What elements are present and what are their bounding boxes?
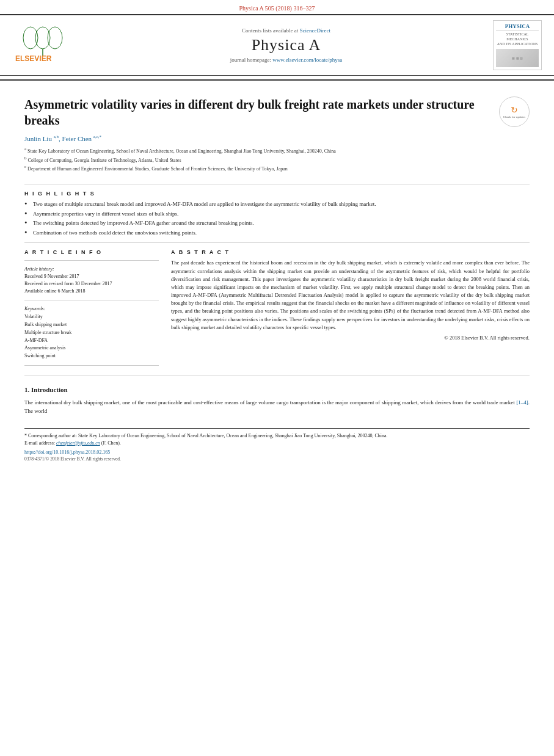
intro-body: The international dry bulk shipping mark…	[24, 399, 516, 405]
homepage-link[interactable]: www.elsevier.com/locate/physa	[272, 57, 342, 63]
highlights-list: Two stages of multiple structural break …	[24, 200, 530, 236]
journal-homepage-line: journal homepage: www.elsevier.com/locat…	[86, 57, 487, 63]
header-divider	[0, 79, 554, 81]
elsevier-logo: ELSEVIER	[12, 26, 79, 65]
keyword-1: Volatility	[24, 314, 43, 319]
contents-available-line: Contents lists available at ScienceDirec…	[86, 27, 487, 34]
article-title: Asymmetric volatility varies in differen…	[24, 96, 493, 128]
abstract-divider	[24, 376, 530, 376]
article-history: Article history: Received 9 November 201…	[24, 266, 159, 295]
highlight-item-3: The switching points detected by improve…	[24, 219, 530, 227]
highlights-section: H I G H L I G H T S Two stages of multip…	[24, 191, 530, 236]
received-date: Received 9 November 2017	[24, 274, 79, 279]
issn-line: 0378-4371/© 2018 Elsevier B.V. All right…	[24, 456, 530, 462]
physica-box-title: PHYSICA	[496, 23, 539, 31]
keyword-6: Switching point	[24, 353, 56, 358]
corresponding-author-note: * Corresponding author at: State Key Lab…	[24, 432, 530, 440]
journal-citation: Physica A 505 (2018) 316–327	[0, 0, 554, 14]
email-link[interactable]: chenfeier@sjtu.edu.cn	[56, 440, 100, 446]
intro-citation-link[interactable]: [1–4]	[516, 399, 528, 405]
check-for-updates-badge: ↻ Check for updates	[499, 96, 530, 127]
title-divider	[24, 184, 530, 184]
highlights-heading: H I G H L I G H T S	[24, 191, 530, 197]
journal-center: Contents lists available at ScienceDirec…	[86, 27, 487, 63]
keyword-3: Multiple structure break	[24, 330, 71, 335]
introduction-section: 1. Introduction The international dry bu…	[24, 386, 530, 416]
sciencedirect-link[interactable]: ScienceDirect	[300, 27, 330, 34]
history-label: Article history:	[24, 266, 54, 272]
abstract-column: A B S T R A C T The past decade has expe…	[171, 249, 530, 371]
corresponding-text: State Key Laboratory of Ocean Engineerin…	[78, 433, 388, 438]
keyword-2: Bulk shipping market	[24, 322, 67, 327]
affiliations: a State Key Laboratory of Ocean Engineer…	[24, 146, 493, 173]
keywords-divider	[24, 365, 159, 366]
citation-text: Physica A 505 (2018) 316–327	[239, 5, 315, 12]
affiliation-a: a State Key Laboratory of Ocean Engineer…	[24, 146, 493, 155]
highlight-item-2: Asymmetric properties vary in different …	[24, 210, 530, 218]
affiliation-b: b College of Computing, Georgia Institut…	[24, 155, 493, 164]
copyright-line: © 2018 Elsevier B.V. All rights reserved…	[171, 334, 530, 342]
physica-logo-box: PHYSICA STATISTICAL MECHANICSAND ITS APP…	[493, 20, 542, 70]
page: Physica A 505 (2018) 316–327 ELSEVIER Co…	[0, 0, 554, 756]
highlights-divider	[24, 242, 530, 243]
online-date: Available online 6 March 2018	[24, 288, 85, 294]
keyword-4: A-MF-DFA	[24, 338, 48, 343]
email-suffix: (F. Chen).	[101, 440, 121, 446]
revised-date: Received in revised form 30 December 201…	[24, 281, 112, 286]
article-info-column: A R T I C L E I N F O Article history: R…	[24, 249, 159, 371]
abstract-heading: A B S T R A C T	[171, 249, 530, 255]
article-info-divider-top	[24, 260, 159, 261]
physica-box-image: ▦ ▩ ▧	[496, 49, 539, 67]
journal-title: Physica A	[86, 36, 487, 54]
physica-box-subtitle: STATISTICAL MECHANICSAND ITS APPLICATION…	[496, 32, 539, 46]
authors: Junlin Liu a,b, Feier Chen a,c,*	[24, 134, 493, 142]
title-row: Asymmetric volatility varies in differen…	[24, 96, 530, 179]
email-note: E-mail address: chenfeier@sjtu.edu.cn (F…	[24, 440, 530, 447]
abstract-text: The past decade has experienced the hist…	[171, 259, 530, 342]
journal-header: ELSEVIER Contents lists available at Sci…	[0, 14, 554, 76]
affiliation-c: c Department of Human and Engineered Env…	[24, 164, 493, 173]
highlight-item-4: Combination of two methods could detect …	[24, 229, 530, 237]
two-column-section: A R T I C L E I N F O Article history: R…	[24, 249, 530, 371]
doi-link[interactable]: https://doi.org/10.1016/j.physa.2018.02.…	[24, 449, 530, 455]
keyword-5: Asymmetric analysis	[24, 345, 65, 351]
highlight-item-1: Two stages of multiple structural break …	[24, 200, 530, 208]
introduction-text: The international dry bulk shipping mark…	[24, 398, 530, 416]
abstract-body: The past decade has experienced the hist…	[171, 260, 530, 330]
footnote-area: * Corresponding author at: State Key Lab…	[24, 428, 530, 462]
homepage-label: journal homepage:	[230, 57, 271, 63]
keywords-label: Keywords:	[24, 306, 45, 311]
svg-text:ELSEVIER: ELSEVIER	[15, 54, 52, 62]
content-area: Asymmetric volatility varies in differen…	[0, 84, 554, 473]
email-label: E-mail address:	[24, 440, 55, 446]
article-info-heading: A R T I C L E I N F O	[24, 249, 159, 255]
corresponding-label: * Corresponding author at:	[24, 433, 77, 438]
title-block: Asymmetric volatility varies in differen…	[24, 96, 493, 179]
keywords-section: Keywords: Volatility Bulk shipping marke…	[24, 305, 159, 360]
contents-label: Contents lists available at	[242, 27, 298, 34]
history-divider	[24, 300, 159, 300]
introduction-heading: 1. Introduction	[24, 386, 530, 393]
